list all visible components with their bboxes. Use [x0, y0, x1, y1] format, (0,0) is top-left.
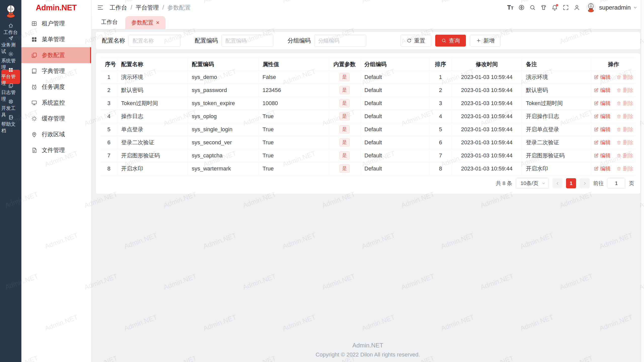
rail-item-帮助文档[interactable]: 帮助文档 [1, 117, 20, 131]
scrollbar-track[interactable] [641, 0, 644, 362]
trash-icon [616, 114, 621, 119]
profile-button[interactable] [571, 2, 582, 13]
breadcrumb-item[interactable]: 工作台 [110, 4, 127, 12]
edit-button[interactable]: 编辑 [594, 139, 611, 146]
cell-name: 登录二次验证 [117, 136, 188, 149]
file-icon [31, 147, 37, 154]
delete-button[interactable]: 删除 [616, 152, 633, 159]
cell-group: Default [360, 136, 429, 149]
sidebar-item-菜单管理[interactable]: 菜单管理 [21, 31, 91, 47]
page-number-current[interactable]: 1 [566, 178, 576, 188]
edit-button[interactable]: 编辑 [594, 74, 611, 81]
language-button[interactable] [516, 2, 527, 13]
rail-item-工作台[interactable]: 工作台 [1, 22, 20, 36]
tab-param-config[interactable]: 参数配置 × [125, 16, 166, 29]
prev-page-button[interactable] [552, 178, 562, 188]
total-count: 共 8 条 [496, 180, 512, 187]
cell-remark: Token过期时间 [522, 97, 591, 110]
reset-button[interactable]: 重置 [400, 35, 431, 47]
rail-item-业务测试[interactable]: 业务测试 [1, 38, 20, 52]
edit-icon [594, 166, 599, 171]
table-row: 5单点登录sys_single_loginTrue是Default52023-0… [101, 123, 635, 136]
breadcrumb-item[interactable]: 平台管理 [136, 4, 159, 12]
delete-button[interactable]: 删除 [616, 87, 633, 94]
add-button[interactable]: 新增 [470, 35, 501, 47]
user-menu[interactable]: superadmin [582, 3, 637, 13]
sidebar-item-租户管理[interactable]: 租户管理 [21, 16, 91, 31]
page-unit: 页 [629, 180, 634, 187]
tab-workbench[interactable]: 工作台 [101, 18, 118, 26]
table-row: 7开启图形验证码sys_captchaTrue是Default72023-01-… [101, 149, 635, 162]
sidebar-item-任务调度[interactable]: 任务调度 [21, 79, 91, 95]
table-row: 8开启水印sys_wartermarkTrue是Default82023-01-… [101, 162, 635, 175]
next-page-button[interactable] [580, 178, 590, 188]
sidebar-item-行政区域[interactable]: 行政区域 [21, 126, 91, 142]
delete-button[interactable]: 删除 [616, 139, 633, 146]
cell-index: 4 [101, 110, 117, 123]
config-code-input[interactable] [221, 35, 273, 47]
row-actions: 编辑删除 [596, 123, 632, 136]
refresh-icon [407, 38, 412, 43]
delete-button[interactable]: 删除 [616, 165, 633, 172]
sidebar-item-缓存管理[interactable]: 缓存管理 [21, 111, 91, 126]
edit-icon [594, 114, 599, 119]
topbar: 工作台 / 平台管理 / 参数配置 TT superadmin [92, 0, 644, 15]
table-row: 3Token过期时间sys_token_expire10080是Default3… [101, 97, 635, 110]
tenant-icon [31, 20, 37, 27]
cell-sort: 2 [429, 84, 452, 97]
sidebar-item-label: 行政区域 [42, 130, 65, 138]
rail-item-系统管理[interactable]: 系统管理 [1, 54, 20, 68]
sidebar-item-文件管理[interactable]: 文件管理 [21, 142, 91, 158]
edit-button[interactable]: 编辑 [594, 152, 611, 159]
fullscreen-button[interactable] [560, 2, 571, 13]
edit-button[interactable]: 编辑 [594, 113, 611, 120]
edit-button[interactable]: 编辑 [594, 126, 611, 133]
rail-item-平台管理[interactable]: 平台管理 [1, 70, 20, 84]
cell-name: 操作日志 [117, 110, 188, 123]
trash-icon [616, 75, 621, 80]
app-logo[interactable] [0, 0, 21, 22]
cell-actions: 编辑删除 [591, 71, 635, 84]
filter-label: 配置编码 [195, 37, 218, 44]
cell-code: sys_password [188, 84, 258, 97]
edit-icon [594, 101, 599, 106]
edit-button[interactable]: 编辑 [594, 165, 611, 172]
footer-title: Admin.NET [92, 342, 644, 349]
rail-item-日志管理[interactable]: 日志管理 [1, 85, 20, 100]
goto-page-input[interactable] [607, 178, 625, 189]
config-name-input[interactable] [129, 35, 181, 47]
trash-icon [616, 88, 621, 93]
collapse-menu-button[interactable] [97, 4, 105, 11]
notifications-button[interactable] [549, 2, 560, 13]
filter-label: 配置名称 [102, 37, 125, 44]
cell-code: sys_captcha [188, 149, 258, 162]
group-code-input[interactable] [314, 35, 366, 47]
close-tab-icon[interactable]: × [156, 20, 159, 25]
delete-button[interactable]: 删除 [616, 113, 633, 120]
sidebar-item-字典管理[interactable]: 字典管理 [21, 63, 91, 79]
rail-item-开发工具[interactable]: 开发工具 [1, 101, 20, 116]
cell-index: 2 [101, 84, 117, 97]
theme-button[interactable] [538, 2, 549, 13]
cell-value: True [258, 123, 329, 136]
cell-index: 3 [101, 97, 117, 110]
cell-code: sys_second_ver [188, 136, 258, 149]
mascot-logo-icon [3, 4, 18, 19]
edit-button[interactable]: 编辑 [594, 100, 611, 107]
row-actions: 编辑删除 [596, 110, 632, 123]
delete-button[interactable]: 删除 [616, 126, 633, 133]
delete-button[interactable]: 删除 [616, 74, 633, 81]
sidebar-item-系统监控[interactable]: 系统监控 [21, 95, 91, 111]
search-button[interactable] [527, 2, 538, 13]
cell-time: 2023-01-03 10:59:44 [452, 149, 522, 162]
filter-label: 分组编码 [288, 37, 311, 44]
cell-remark: 开启操作日志 [522, 110, 591, 123]
edit-button[interactable]: 编辑 [594, 87, 611, 94]
sidebar-item-参数配置[interactable]: 参数配置 [21, 47, 91, 63]
primary-rail: 工作台业务测试系统管理平台管理日志管理开发工具帮助文档 [0, 0, 21, 362]
font-size-button[interactable]: TT [505, 2, 516, 13]
delete-button[interactable]: 删除 [616, 100, 633, 107]
page-size-select[interactable]: 10条/页 [516, 178, 549, 189]
cell-remark: 登录二次验证 [522, 136, 591, 149]
query-button[interactable]: 查询 [435, 35, 466, 47]
